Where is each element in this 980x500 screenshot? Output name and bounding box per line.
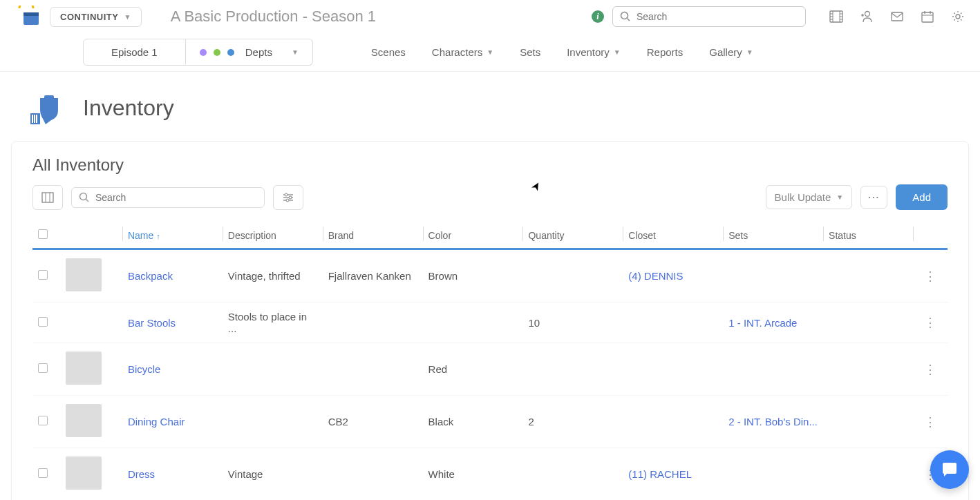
item-quantity xyxy=(522,249,623,302)
select-all-checkbox[interactable] xyxy=(38,229,48,239)
caret-down-icon: ▼ xyxy=(836,193,843,201)
item-thumbnail[interactable] xyxy=(66,456,102,490)
episode-selector[interactable]: Episode 1 xyxy=(83,39,186,66)
calendar-icon[interactable] xyxy=(919,8,936,25)
global-search[interactable] xyxy=(612,6,806,27)
svg-line-3 xyxy=(628,19,630,21)
item-sets-link[interactable]: 2 - INT. Bob's Din... xyxy=(723,396,823,448)
row-menu-button[interactable]: ⋮ xyxy=(924,363,936,376)
bulk-update-button[interactable]: Bulk Update ▼ xyxy=(766,185,853,209)
item-name-link[interactable]: Backpack xyxy=(122,249,223,302)
film-icon[interactable] xyxy=(828,8,845,25)
continuity-dropdown[interactable]: CONTINUITY ▼ xyxy=(50,7,142,27)
column-description[interactable]: Description xyxy=(223,222,323,249)
gear-icon[interactable] xyxy=(950,8,966,25)
item-thumbnail[interactable] xyxy=(66,258,102,291)
item-status xyxy=(823,249,913,302)
item-status xyxy=(823,396,913,448)
item-name-link[interactable]: Dress xyxy=(122,448,223,501)
item-name-link[interactable]: Bicycle xyxy=(122,343,223,396)
topbar-icons xyxy=(828,8,966,25)
info-icon[interactable]: i xyxy=(592,10,604,23)
table-row: Bicycle Red ⋮ xyxy=(32,343,948,396)
item-quantity xyxy=(522,343,623,396)
nav-scenes[interactable]: Scenes xyxy=(368,41,408,64)
chat-button[interactable] xyxy=(930,450,969,489)
item-sets-link xyxy=(723,343,823,396)
svg-rect-27 xyxy=(42,193,53,202)
nav-reports[interactable]: Reports xyxy=(644,41,686,64)
inventory-search[interactable] xyxy=(71,187,265,208)
svg-rect-26 xyxy=(44,95,54,101)
caret-down-icon: ▼ xyxy=(292,48,299,56)
item-closet-link[interactable]: (11) RACHEL xyxy=(623,448,723,501)
search-icon xyxy=(79,192,90,203)
svg-point-30 xyxy=(80,193,87,200)
item-color: Red xyxy=(423,343,523,396)
svg-point-33 xyxy=(285,193,288,196)
item-thumbnail[interactable] xyxy=(66,404,102,437)
svg-rect-16 xyxy=(892,12,903,21)
item-quantity: 10 xyxy=(522,302,623,343)
nav-gallery-label: Gallery xyxy=(709,46,742,58)
bulk-update-label: Bulk Update xyxy=(775,191,831,203)
item-name-link[interactable]: Bar Stools xyxy=(122,302,223,343)
depts-selector[interactable]: Depts ▼ xyxy=(186,39,313,66)
svg-point-13 xyxy=(865,12,870,17)
item-sets-link xyxy=(723,249,823,302)
column-status[interactable]: Status xyxy=(823,222,913,249)
dot-green-icon xyxy=(214,49,220,56)
item-color: Black xyxy=(423,396,523,448)
more-actions-button[interactable]: ··· xyxy=(860,186,887,209)
item-status xyxy=(823,302,913,343)
row-checkbox[interactable] xyxy=(38,270,48,280)
nav-inventory[interactable]: Inventory ▼ xyxy=(564,41,623,64)
app-logo[interactable] xyxy=(14,6,41,28)
global-search-input[interactable] xyxy=(637,11,798,22)
page-header: Inventory xyxy=(0,72,980,135)
caret-down-icon: ▼ xyxy=(614,48,621,56)
inventory-panel: All Inventory Bulk Update ▼ ··· Add Name… xyxy=(11,141,969,500)
nav-characters[interactable]: Characters ▼ xyxy=(429,41,496,64)
row-checkbox[interactable] xyxy=(38,468,48,478)
item-brand xyxy=(323,343,423,396)
item-name-link[interactable]: Dining Chair xyxy=(122,396,223,448)
row-checkbox[interactable] xyxy=(38,416,48,425)
inventory-page-icon xyxy=(28,88,66,127)
item-brand xyxy=(323,448,423,501)
column-closet[interactable]: Closet xyxy=(623,222,723,249)
item-sets-link[interactable]: 1 - INT. Arcade xyxy=(723,302,823,343)
row-menu-button[interactable]: ⋮ xyxy=(924,316,936,329)
continuity-label: CONTINUITY xyxy=(60,12,118,22)
svg-point-37 xyxy=(286,199,289,202)
item-closet-link xyxy=(623,396,723,448)
column-brand[interactable]: Brand xyxy=(323,222,423,249)
nav-gallery[interactable]: Gallery ▼ xyxy=(706,41,755,64)
filter-button[interactable] xyxy=(273,185,303,210)
nav-characters-label: Characters xyxy=(432,46,482,58)
row-checkbox[interactable] xyxy=(38,317,48,327)
inventory-search-input[interactable] xyxy=(95,192,257,203)
item-description: Vintage xyxy=(223,448,323,501)
add-button[interactable]: Add xyxy=(896,184,948,210)
svg-rect-23 xyxy=(32,115,33,123)
mail-icon[interactable] xyxy=(889,8,905,25)
add-user-icon[interactable] xyxy=(858,8,875,25)
item-quantity xyxy=(522,448,623,501)
row-checkbox[interactable] xyxy=(38,363,48,373)
column-name[interactable]: Name↑ xyxy=(122,222,223,249)
caret-down-icon: ▼ xyxy=(487,48,493,56)
row-menu-button[interactable]: ⋮ xyxy=(924,415,936,429)
item-closet-link[interactable]: (4) DENNIS xyxy=(623,249,723,302)
column-sets[interactable]: Sets xyxy=(723,222,823,249)
column-color[interactable]: Color xyxy=(423,222,523,249)
columns-button[interactable] xyxy=(32,185,63,210)
sort-asc-icon: ↑ xyxy=(156,232,160,240)
column-quantity[interactable]: Quantity xyxy=(522,222,623,249)
svg-rect-24 xyxy=(34,115,35,123)
toolbar: Bulk Update ▼ ··· Add xyxy=(32,184,948,210)
table-row: Backpack Vintage, thrifted Fjallraven Ka… xyxy=(32,249,948,302)
item-thumbnail[interactable] xyxy=(66,352,102,385)
nav-sets[interactable]: Sets xyxy=(517,41,543,64)
row-menu-button[interactable]: ⋮ xyxy=(924,269,936,283)
